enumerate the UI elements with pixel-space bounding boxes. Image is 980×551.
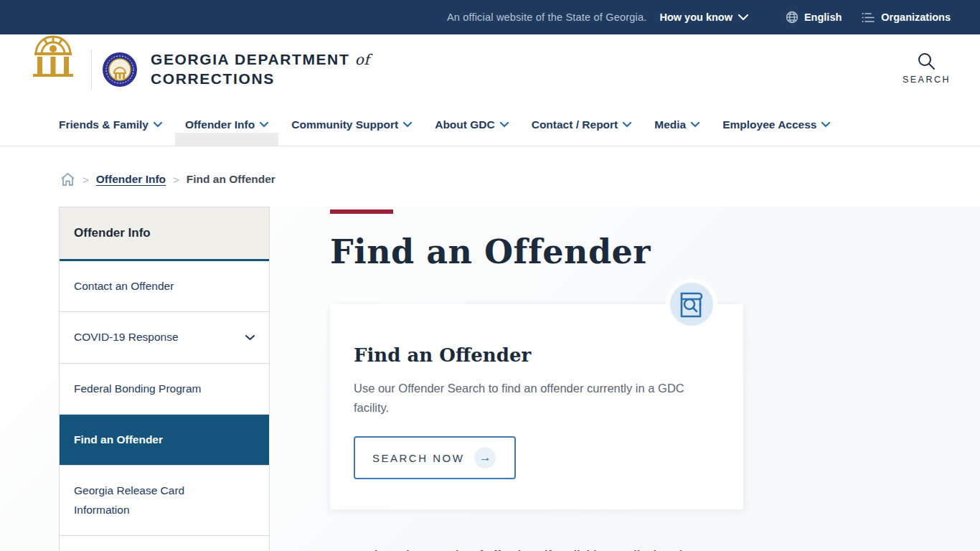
title-accent-bar (330, 209, 393, 214)
breadcrumb-separator: > (83, 174, 89, 186)
document-search-icon (666, 278, 717, 330)
sidebar-item-incarcerated-veterans[interactable]: Incarcerated Veterans (60, 536, 269, 551)
chevron-down-icon (738, 14, 748, 21)
arrow-right-icon: → (474, 447, 496, 468)
sidebar-item-federal-bonding-program[interactable]: Federal Bonding Program (60, 364, 269, 415)
official-top-bar: An official website of the State of Geor… (0, 0, 980, 34)
how-you-know-toggle[interactable]: How you know (659, 11, 748, 23)
nav-item-contact-report[interactable]: Contact / Report (522, 104, 642, 146)
agency-name[interactable]: GEORGIA DEPARTMENT of CORRECTIONS (151, 51, 369, 88)
nav-item-about-gdc[interactable]: About GDC (425, 104, 519, 146)
sidebar-item-covid-19-response[interactable]: COVID-19 Response (60, 312, 269, 363)
language-selector[interactable]: English (786, 11, 842, 24)
chevron-down-icon (623, 122, 631, 128)
sidebar-item-georgia-release-card[interactable]: Georgia Release Card Information (60, 466, 269, 536)
sidebar-title: Offender Info (60, 207, 269, 261)
main-content: Find an Offender Find an Offender Use ou… (270, 207, 980, 551)
chevron-down-icon (691, 122, 699, 128)
home-icon[interactable] (60, 172, 75, 187)
official-website-text: An official website of the State of Geor… (447, 11, 647, 23)
search-now-button[interactable]: SEARCH NOW → (354, 436, 516, 479)
chevron-down-icon (500, 122, 509, 128)
find-offender-card: Find an Offender Use our Offender Search… (330, 304, 743, 509)
site-header: GEORGIA DEPARTMENT of CORRECTIONS SEARCH (0, 34, 980, 104)
card-title: Find an Offender (354, 344, 719, 366)
warning-list-item: Warning: Photographs of offenders, if av… (330, 548, 760, 551)
warning-text: Warning: Photographs of offenders, if av… (347, 548, 682, 551)
globe-icon (786, 11, 798, 24)
search-button[interactable]: SEARCH (903, 52, 951, 85)
card-description: Use our Offender Search to find an offen… (354, 379, 712, 418)
chevron-down-icon (821, 122, 830, 128)
section-sidebar: Offender Info Contact an Offender COVID-… (59, 207, 270, 551)
org-list-icon (862, 12, 875, 23)
sidebar-item-contact-an-offender[interactable]: Contact an Offender (60, 261, 269, 312)
search-label: SEARCH (903, 75, 951, 85)
nav-item-friends-family[interactable]: Friends & Family (49, 104, 172, 146)
chevron-down-icon[interactable] (245, 335, 255, 341)
nav-item-community-support[interactable]: Community Support (281, 104, 422, 146)
chevron-down-icon (154, 122, 162, 128)
breadcrumb: > Offender Info > Find an Offender (0, 146, 980, 187)
chevron-down-icon (403, 122, 412, 128)
header-divider (91, 50, 92, 90)
nav-item-media[interactable]: Media (644, 104, 710, 146)
organizations-menu[interactable]: Organizations (862, 11, 951, 23)
main-navigation: Friends & Family Offender Info Community… (0, 104, 980, 146)
breadcrumb-separator: > (173, 174, 179, 186)
gdc-seal (102, 52, 138, 88)
page-title: Find an Offender (330, 232, 980, 271)
breadcrumb-link-offender-info[interactable]: Offender Info (96, 173, 166, 186)
breadcrumb-current-page: Find an Offender (187, 173, 275, 186)
chevron-down-icon (260, 122, 268, 128)
sidebar-item-find-an-offender[interactable]: Find an Offender (60, 415, 269, 466)
nav-item-offender-info[interactable]: Offender Info (175, 104, 278, 146)
nav-item-employee-access[interactable]: Employee Access (712, 104, 840, 146)
